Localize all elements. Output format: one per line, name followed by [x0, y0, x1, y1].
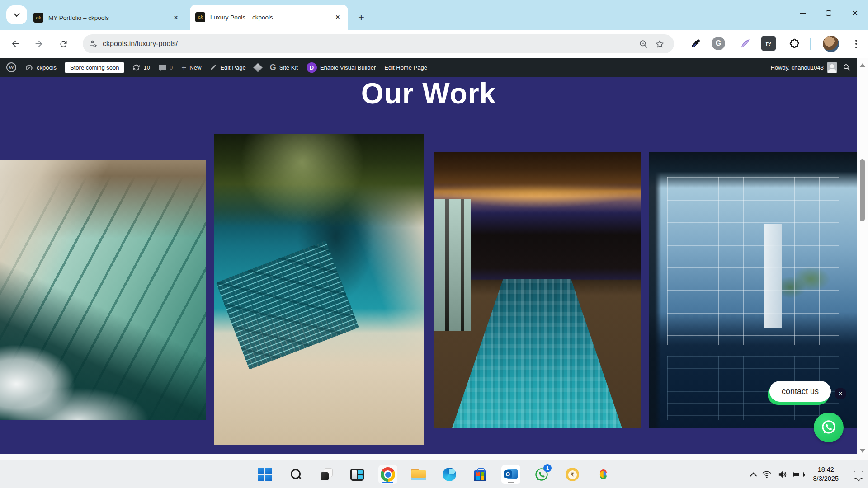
tab-luxury-pools[interactable]: ck Luxury Pools – ckpools ✕ [190, 5, 348, 30]
user-avatar [827, 62, 837, 73]
whatsapp-icon: 1 [534, 467, 549, 482]
page-scrollbar[interactable] [857, 58, 868, 460]
whatsapp-chat-button[interactable] [814, 413, 844, 442]
star-icon [655, 39, 665, 49]
dashboard-gauge-icon [25, 63, 33, 72]
quill-extension-button[interactable] [735, 34, 755, 54]
notification-center-icon[interactable] [854, 471, 863, 479]
forward-icon [34, 39, 44, 49]
zoom-out-icon [639, 39, 648, 49]
pencil-icon [210, 64, 217, 71]
new-tab-button[interactable]: + [354, 10, 369, 25]
file-explorer-button[interactable] [409, 465, 428, 484]
eyedropper-icon [690, 38, 701, 49]
outlook-icon: O [504, 468, 518, 481]
new-label: New [189, 64, 201, 71]
store-coming-soon-badge: Store coming soon [65, 62, 124, 73]
google-photos-button[interactable] [594, 465, 613, 484]
tab-title: MY Portfolio – ckpools [48, 14, 171, 21]
close-tab-icon[interactable]: ✕ [171, 13, 181, 23]
search-icon [843, 63, 851, 71]
start-button[interactable] [255, 465, 274, 484]
pool-water-detail [452, 279, 622, 428]
ckpools-favicon: ck [33, 13, 43, 23]
tab-search-button[interactable] [6, 5, 27, 24]
wifi-icon[interactable] [762, 470, 772, 479]
money-bag-icon: ₹ [566, 468, 579, 481]
comments-icon [159, 65, 166, 70]
visual-builder-label: Enable Visual Builder [320, 64, 376, 71]
edit-page-label: Edit Page [220, 64, 245, 71]
contact-widget-close-button[interactable]: ✕ [835, 388, 846, 399]
browser-menu-button[interactable] [848, 36, 864, 52]
plus-icon: + [181, 63, 186, 72]
taskbar-search-button[interactable] [286, 465, 305, 484]
reload-button[interactable] [53, 34, 73, 54]
site-kit-menu[interactable]: G Site Kit [270, 63, 298, 72]
page-bottom-strip [0, 454, 868, 460]
taskbar-clock[interactable]: 18:42 8/3/2025 [813, 465, 839, 483]
address-bar[interactable]: ckpools.in/luxury-pools/ [83, 34, 674, 53]
extensions-button[interactable] [785, 34, 805, 54]
battery-icon[interactable] [793, 472, 804, 477]
microsoft-store-button[interactable] [471, 465, 490, 484]
gallery-image-indoor-pool-warm[interactable] [434, 152, 641, 428]
new-content-menu[interactable]: + New [181, 63, 201, 72]
chrome-taskbar-button[interactable] [378, 465, 397, 484]
whatsapp-unread-badge: 1 [543, 464, 552, 472]
site-name-menu[interactable]: ckpools [25, 63, 57, 72]
updates-menu[interactable]: 10 [132, 64, 150, 71]
browser-toolbar: ckpools.in/luxury-pools/ G f? [0, 30, 868, 58]
bookmark-button[interactable] [651, 36, 668, 52]
hidden-icons-chevron[interactable] [750, 472, 757, 479]
contact-us-button[interactable]: contact us [769, 381, 831, 402]
windows-start-icon [258, 468, 272, 481]
glass-wall-detail [667, 177, 838, 345]
toolbar-separator [810, 38, 811, 50]
outlook-button[interactable]: O [501, 465, 520, 484]
maximize-button[interactable] [816, 0, 842, 26]
forward-button[interactable] [29, 34, 49, 54]
widgets-button[interactable] [348, 465, 367, 484]
task-view-button[interactable] [317, 465, 336, 484]
minimize-button[interactable] [789, 0, 816, 26]
scroll-down-arrow[interactable] [859, 449, 866, 453]
whatsapp-icon [820, 419, 837, 436]
url-text[interactable]: ckpools.in/luxury-pools/ [103, 40, 635, 48]
edge-button[interactable] [440, 465, 459, 484]
active-app-indicator [382, 482, 393, 483]
volume-icon[interactable] [778, 470, 788, 479]
zoom-indicator-button[interactable] [635, 36, 651, 52]
gallery-image-infinity-pool[interactable] [214, 134, 424, 445]
scrollbar-thumb[interactable] [860, 159, 865, 221]
edit-page-menu[interactable]: Edit Page [210, 64, 245, 71]
google-g-icon: G [270, 63, 276, 72]
tray-time: 18:42 [818, 465, 834, 474]
pool-steps-detail [216, 240, 359, 370]
photos-pinwheel-icon [596, 468, 610, 481]
scroll-up-arrow[interactable] [859, 63, 866, 67]
edit-home-page-menu[interactable]: Edit Home Page [384, 64, 427, 71]
fq-extension-button[interactable]: f? [761, 36, 776, 51]
gallery-image-aerial-rock-pool[interactable] [0, 160, 206, 420]
close-tab-icon[interactable]: ✕ [333, 12, 343, 22]
wordpress-logo-icon: W [6, 62, 16, 72]
color-picker-extension-button[interactable] [685, 34, 705, 54]
search-icon [289, 468, 302, 481]
comments-menu[interactable]: 0 [159, 64, 173, 71]
tab-my-portfolio[interactable]: ck MY Portfolio – ckpools ✕ [28, 5, 186, 30]
back-icon [10, 39, 20, 49]
finance-app-button[interactable]: ₹ [563, 465, 582, 484]
back-button[interactable] [5, 34, 25, 54]
my-account-menu[interactable]: Howdy, chandu1043 [770, 62, 837, 73]
close-window-button[interactable]: ✕ [842, 0, 868, 26]
site-info-icon[interactable] [89, 39, 98, 48]
premium-plugin-menu[interactable] [255, 64, 261, 71]
divi-visual-builder-menu[interactable]: D Enable Visual Builder [307, 62, 376, 73]
wp-logo-menu[interactable]: W [6, 62, 16, 72]
admin-search-button[interactable] [843, 63, 851, 71]
whatsapp-taskbar-button[interactable]: 1 [532, 465, 551, 484]
profile-avatar[interactable] [823, 36, 839, 52]
ckpools-favicon: ck [195, 12, 205, 22]
grammar-extension-button[interactable]: G [712, 37, 725, 50]
